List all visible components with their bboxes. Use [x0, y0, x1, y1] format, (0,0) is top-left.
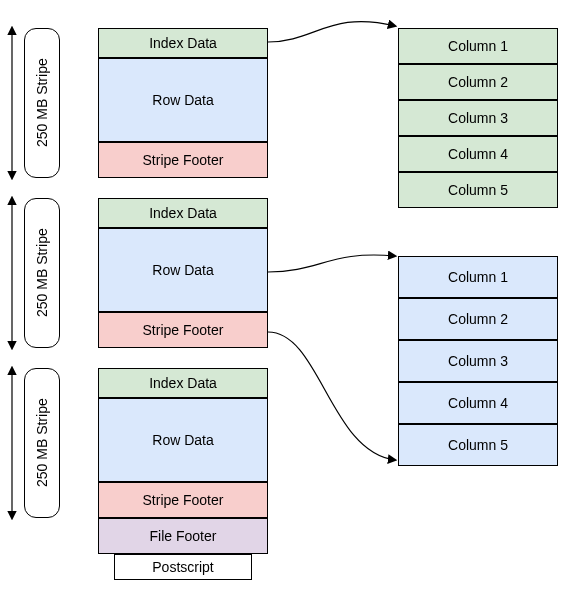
cell-label: Column 1	[448, 38, 508, 54]
cell-label: Postscript	[152, 559, 213, 575]
stripe3-stripe-footer: Stripe Footer	[98, 482, 268, 518]
cell-label: Stripe Footer	[143, 322, 224, 338]
cell-label: Row Data	[152, 432, 213, 448]
cell-label: Column 1	[448, 269, 508, 285]
index-column-1: Column 1	[398, 28, 558, 64]
cell-label: Index Data	[149, 35, 217, 51]
stripe-size-text: 250 MB Stripe	[34, 399, 50, 488]
cell-label: File Footer	[150, 528, 217, 544]
cell-label: Stripe Footer	[143, 492, 224, 508]
row-column-3: Column 3	[398, 340, 558, 382]
cell-label: Column 2	[448, 311, 508, 327]
index-column-2: Column 2	[398, 64, 558, 100]
row-column-2: Column 2	[398, 298, 558, 340]
index-column-4: Column 4	[398, 136, 558, 172]
stripe-size-label-3: 250 MB Stripe	[24, 368, 60, 518]
cell-label: Index Data	[149, 205, 217, 221]
cell-label: Column 4	[448, 146, 508, 162]
cell-label: Column 2	[448, 74, 508, 90]
cell-label: Stripe Footer	[143, 152, 224, 168]
stripe3-index-data: Index Data	[98, 368, 268, 398]
row-column-4: Column 4	[398, 382, 558, 424]
cell-label: Column 5	[448, 182, 508, 198]
stripe-size-text: 250 MB Stripe	[34, 59, 50, 148]
row-column-5: Column 5	[398, 424, 558, 466]
stripe1-index-data: Index Data	[98, 28, 268, 58]
stripe1-stripe-footer: Stripe Footer	[98, 142, 268, 178]
postscript: Postscript	[114, 554, 252, 580]
row-column-1: Column 1	[398, 256, 558, 298]
stripe1-row-data: Row Data	[98, 58, 268, 142]
cell-label: Column 3	[448, 110, 508, 126]
cell-label: Row Data	[152, 92, 213, 108]
file-footer: File Footer	[98, 518, 268, 554]
stripe2-index-data: Index Data	[98, 198, 268, 228]
index-column-3: Column 3	[398, 100, 558, 136]
cell-label: Column 5	[448, 437, 508, 453]
stripe-size-label-2: 250 MB Stripe	[24, 198, 60, 348]
stripe2-row-data: Row Data	[98, 228, 268, 312]
stripe3-row-data: Row Data	[98, 398, 268, 482]
cell-label: Row Data	[152, 262, 213, 278]
stripe-size-label-1: 250 MB Stripe	[24, 28, 60, 178]
index-column-5: Column 5	[398, 172, 558, 208]
cell-label: Column 4	[448, 395, 508, 411]
cell-label: Column 3	[448, 353, 508, 369]
stripe-size-text: 250 MB Stripe	[34, 229, 50, 318]
stripe2-stripe-footer: Stripe Footer	[98, 312, 268, 348]
cell-label: Index Data	[149, 375, 217, 391]
